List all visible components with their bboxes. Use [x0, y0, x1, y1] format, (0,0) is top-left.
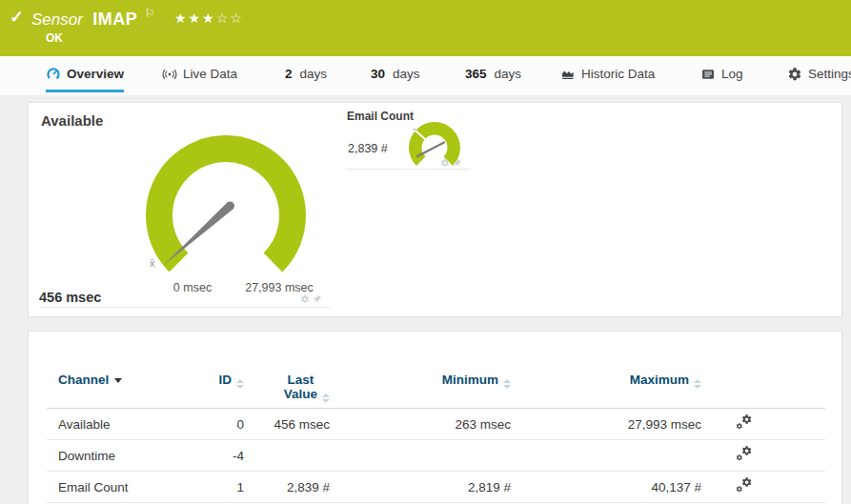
live-broadcast-icon — [162, 67, 177, 82]
tab-live-data[interactable]: Live Data — [162, 58, 237, 92]
stars-filled: ★★★ — [174, 10, 216, 26]
tab-label: days — [393, 67, 420, 81]
column-header-channel[interactable]: Channel — [47, 373, 187, 387]
tab-label: Log — [721, 67, 743, 81]
cell-channel[interactable]: Downtime — [47, 449, 187, 463]
stars-empty: ☆☆ — [216, 10, 244, 26]
tab-number: 30 — [371, 67, 385, 81]
gauge-hover-actions — [300, 294, 322, 304]
gear-icon[interactable] — [440, 158, 450, 168]
gauge-widget-available: Available x̄ 0 msec 27,993 msec 456 msec — [41, 110, 330, 308]
channels-table-panel: Channel ID Last Value Minimum Maximum Av… — [28, 331, 842, 504]
gauge-current-value: 2,839 # — [348, 142, 388, 155]
column-label: Minimum — [442, 373, 498, 387]
column-header-minimum[interactable]: Minimum — [330, 373, 511, 389]
tab-historic-data[interactable]: Historic Data — [560, 58, 655, 92]
gauge-scale-min: 0 msec — [154, 281, 231, 294]
gear-icon[interactable] — [300, 294, 310, 304]
cell-last-value: 2,839 # — [244, 480, 330, 494]
tab-label: Historic Data — [581, 67, 655, 81]
sensor-kind-label: Sensor — [31, 10, 83, 29]
flag-icon[interactable]: ⚐ — [145, 7, 155, 20]
tab-settings[interactable]: Settings — [787, 58, 851, 92]
area-chart-icon — [560, 67, 576, 82]
status-check-icon: ✓ — [10, 7, 24, 28]
sort-toggle-icon[interactable] — [322, 393, 330, 403]
tab-overview[interactable]: Overview — [46, 58, 124, 92]
sort-desc-icon — [114, 378, 122, 383]
gauge-current-value: 456 msec — [39, 290, 101, 305]
cell-minimum: 263 msec — [330, 417, 511, 432]
tab-number: 2 — [285, 67, 293, 81]
gauge-hover-actions — [440, 158, 462, 168]
sensor-status-header: ✓ Sensor IMAP ⚐ ★★★☆☆ OK — [0, 0, 851, 56]
tab-log[interactable]: Log — [700, 58, 743, 92]
cell-last-value: 456 msec — [244, 417, 330, 432]
tab-label: Overview — [67, 67, 124, 81]
tab-2-days[interactable]: 2 days — [285, 58, 327, 92]
cell-actions — [701, 477, 825, 496]
settings-gear-icon — [787, 67, 802, 82]
tab-label: days — [495, 67, 522, 81]
cell-channel[interactable]: Available — [47, 417, 187, 432]
column-header-maximum[interactable]: Maximum — [511, 373, 701, 389]
cell-minimum: 2,819 # — [330, 480, 511, 494]
gauge-scale-max: 27,993 msec — [227, 281, 332, 294]
cell-actions — [701, 446, 825, 465]
column-label: Channel — [58, 373, 109, 387]
pin-icon[interactable] — [453, 158, 462, 168]
channels-table: Channel ID Last Value Minimum Maximum Av… — [47, 332, 825, 503]
sensor-title: Sensor IMAP ⚐ ★★★☆☆ — [31, 7, 244, 30]
tab-label: Live Data — [183, 67, 237, 81]
tab-label: days — [300, 67, 328, 81]
tab-bar: Overview Live Data 2 days 30 days 365 da… — [0, 56, 851, 95]
log-list-icon — [700, 67, 716, 82]
channel-settings-gears-icon[interactable] — [736, 477, 752, 494]
column-label: Last Value — [284, 373, 317, 401]
gauge-icon — [46, 67, 61, 82]
gauge-widget-email-count: Email Count 2,839 # — [346, 110, 470, 170]
email-count-gauge-chart — [406, 119, 463, 176]
gauges-panel: Available x̄ 0 msec 27,993 msec 456 msec… — [28, 102, 842, 317]
tab-number: 365 — [465, 67, 487, 81]
sort-toggle-icon[interactable] — [503, 379, 511, 389]
priority-stars[interactable]: ★★★☆☆ — [174, 10, 244, 26]
column-header-last-value[interactable]: Last Value — [244, 373, 330, 403]
cell-id: 1 — [187, 480, 244, 494]
mean-marker-label: x̄ — [150, 257, 155, 269]
cell-maximum: 27,993 msec — [511, 417, 701, 432]
cell-maximum: 40,137 # — [511, 480, 701, 494]
column-label: ID — [219, 373, 233, 387]
column-label: Maximum — [630, 373, 689, 387]
table-row[interactable]: Available 0 456 msec 263 msec 27,993 mse… — [47, 409, 825, 440]
sort-toggle-icon[interactable] — [236, 379, 244, 389]
channel-settings-gears-icon[interactable] — [736, 414, 752, 431]
cell-channel[interactable]: Email Count — [47, 480, 187, 494]
channel-settings-gears-icon[interactable] — [736, 446, 752, 462]
table-header-row: Channel ID Last Value Minimum Maximum — [47, 332, 825, 409]
table-row[interactable]: Email Count 1 2,839 # 2,819 # 40,137 # — [47, 472, 825, 503]
available-gauge-chart — [131, 125, 321, 306]
prtg-sensor-page: ✓ Sensor IMAP ⚐ ★★★☆☆ OK Overview Live D… — [0, 0, 851, 504]
status-badge: OK — [46, 31, 63, 45]
gauge-title: Available — [41, 112, 103, 129]
sort-toggle-icon[interactable] — [694, 379, 701, 389]
pin-icon[interactable] — [313, 294, 322, 304]
gauge-title: Email Count — [347, 110, 414, 123]
cell-id: 0 — [187, 417, 244, 432]
cell-actions — [701, 414, 825, 433]
tab-365-days[interactable]: 365 days — [465, 58, 521, 92]
tab-30-days[interactable]: 30 days — [371, 58, 420, 92]
cell-id: -4 — [187, 449, 244, 463]
table-row[interactable]: Downtime -4 — [47, 440, 825, 472]
column-header-id[interactable]: ID — [187, 373, 244, 389]
sensor-name: IMAP — [92, 10, 137, 29]
tab-label: Settings — [808, 67, 851, 81]
